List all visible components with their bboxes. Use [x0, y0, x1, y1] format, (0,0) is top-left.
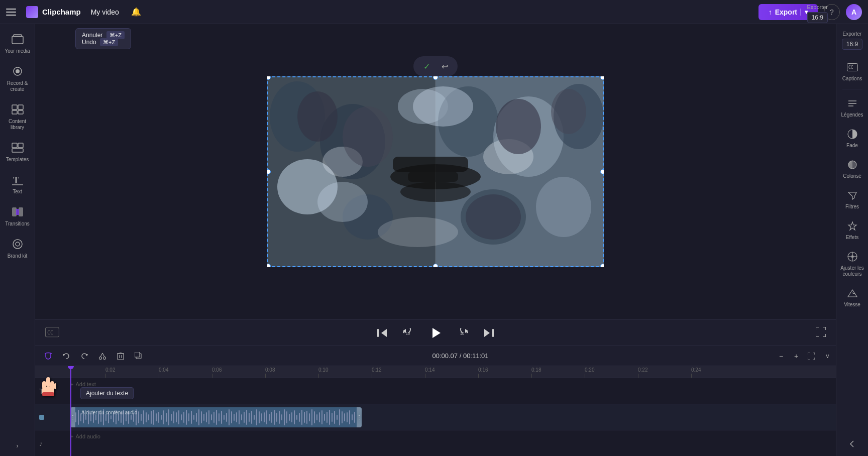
- svg-rect-116: [193, 415, 194, 420]
- play-button[interactable]: [425, 323, 446, 343]
- adjust-colors-icon: [845, 250, 859, 264]
- svg-rect-106: [168, 409, 169, 425]
- text-icon: T: [11, 173, 25, 187]
- rewind-button[interactable]: 10: [399, 324, 417, 342]
- exporter-label: Exporter: [843, 31, 862, 37]
- svg-rect-124: [213, 412, 214, 423]
- skip-forward-button[interactable]: [480, 324, 498, 342]
- svg-rect-150: [279, 411, 280, 424]
- colorize-panel[interactable]: Colorisé: [838, 154, 866, 183]
- svg-rect-111: [181, 414, 182, 420]
- add-audio-button[interactable]: +Add audio: [70, 433, 836, 439]
- svg-rect-114: [188, 413, 189, 421]
- delete-button[interactable]: [114, 349, 128, 363]
- clip-handle-right[interactable]: ⋮: [357, 407, 362, 427]
- sidebar-item-text[interactable]: T Text: [2, 169, 33, 199]
- svg-rect-104: [163, 410, 164, 424]
- zoom-fit-button[interactable]: [805, 350, 817, 362]
- svg-rect-99: [151, 411, 152, 424]
- timeline-scroll-area: 0:02 0:04 0:06 0:08: [35, 366, 836, 456]
- zoom-out-button[interactable]: −: [775, 350, 787, 362]
- duplicate-button[interactable]: [132, 349, 146, 363]
- magnet-tool[interactable]: [41, 349, 55, 363]
- svg-rect-94: [138, 411, 139, 423]
- text-track-icon: T: [39, 387, 44, 395]
- svg-rect-15: [16, 209, 19, 215]
- audio-track-icon: ♪: [39, 439, 43, 447]
- svg-rect-120: [203, 414, 204, 421]
- ruler-mark-10: 0:22: [638, 367, 691, 378]
- svg-point-32: [322, 147, 363, 177]
- handle-middle-left[interactable]: [267, 169, 271, 174]
- svg-rect-10: [12, 149, 23, 152]
- brand-kit-icon: [11, 237, 25, 251]
- svg-rect-6: [12, 110, 17, 114]
- adjust-colors-panel[interactable]: Ajuster les couleurs: [838, 246, 866, 281]
- project-name[interactable]: My video: [87, 6, 123, 18]
- svg-rect-139: [251, 411, 252, 424]
- cancel-button[interactable]: ↩: [438, 59, 452, 73]
- svg-text:T: T: [13, 175, 19, 185]
- speed-panel[interactable]: Vitesse: [838, 282, 866, 312]
- svg-point-22: [277, 159, 338, 214]
- effects-panel[interactable]: Effets: [838, 215, 866, 245]
- svg-line-54: [102, 353, 104, 357]
- svg-rect-19: [267, 76, 436, 267]
- skip-back-button[interactable]: [373, 324, 391, 342]
- handle-bottom-center[interactable]: [433, 264, 438, 267]
- filters-panel[interactable]: Filtres: [838, 184, 866, 214]
- sidebar-label-transitions: Transitions: [5, 221, 30, 227]
- captions-panel[interactable]: CC Captions: [838, 56, 866, 86]
- handle-middle-right[interactable]: [600, 169, 604, 174]
- handle-bottom-right[interactable]: [600, 264, 604, 267]
- playhead[interactable]: [70, 366, 71, 456]
- sidebar-item-templates[interactable]: Templates: [2, 137, 33, 167]
- handle-top-left[interactable]: [267, 76, 271, 80]
- handle-top-center[interactable]: [433, 76, 438, 80]
- topbar: Clipchamp My video 🔔 ↑ Export ▾ ? A: [0, 0, 868, 24]
- ruler-mark-11: 0:24: [691, 367, 744, 378]
- svg-rect-180: [354, 412, 355, 423]
- timeline-collapse[interactable]: ∨: [825, 353, 830, 360]
- fade-panel[interactable]: Fade: [838, 123, 866, 153]
- redo-button[interactable]: [77, 349, 91, 363]
- add-text-button[interactable]: +Add text: [70, 381, 836, 387]
- fade-icon: [845, 127, 859, 141]
- handle-bottom-left[interactable]: [267, 264, 271, 267]
- video-clip[interactable]: ⋮: [70, 407, 362, 427]
- sidebar-label-templates: Templates: [6, 157, 29, 163]
- sidebar-item-brand-kit[interactable]: Brand kit: [2, 233, 33, 263]
- hamburger-menu[interactable]: [6, 5, 20, 19]
- text-track-content[interactable]: +Add text: [70, 381, 836, 401]
- confirm-button[interactable]: ✓: [419, 59, 433, 73]
- handle-top-right[interactable]: [600, 76, 604, 80]
- audio-track-content[interactable]: +Add audio: [70, 433, 836, 453]
- ruler-mark-2: 0:06: [212, 367, 265, 378]
- fullscreen-button[interactable]: [816, 327, 826, 339]
- svg-point-21: [320, 104, 385, 179]
- legendes-panel[interactable]: Légendes: [838, 92, 866, 122]
- aspect-ratio-display[interactable]: 16:9: [842, 39, 862, 50]
- sidebar-item-record[interactable]: Record & create: [2, 60, 33, 96]
- video-track-content: ⋮: [70, 407, 836, 427]
- svg-rect-1: [14, 35, 22, 37]
- right-sidebar-collapse[interactable]: [844, 436, 860, 452]
- sidebar-item-your-media[interactable]: Your media: [2, 28, 33, 58]
- cut-button[interactable]: [95, 349, 110, 363]
- svg-rect-171: [332, 413, 333, 422]
- sidebar-item-transitions[interactable]: Transitions: [2, 201, 33, 231]
- notification-icon[interactable]: 🔔: [129, 5, 143, 19]
- undo-label: Annuler: [82, 32, 102, 39]
- svg-point-20: [270, 81, 325, 152]
- captions-toggle[interactable]: CC: [45, 327, 59, 338]
- left-sidebar: Your media Record & create Content lib: [0, 24, 35, 456]
- svg-rect-168: [324, 414, 325, 421]
- forward-button[interactable]: 10: [454, 324, 472, 342]
- sidebar-item-content-library[interactable]: Content library: [2, 98, 33, 135]
- video-track-icon: [39, 415, 44, 420]
- zoom-in-button[interactable]: +: [790, 350, 802, 362]
- undo-button[interactable]: [59, 349, 73, 363]
- sidebar-expand[interactable]: ›: [2, 440, 33, 452]
- avatar[interactable]: A: [846, 4, 862, 20]
- svg-rect-173: [337, 415, 338, 420]
